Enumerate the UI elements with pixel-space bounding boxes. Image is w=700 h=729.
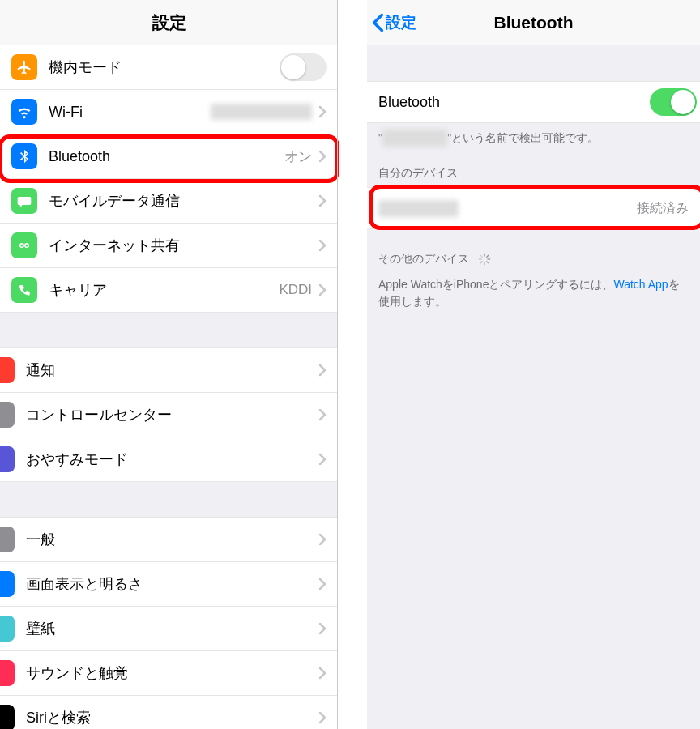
sounds-icon <box>0 660 15 686</box>
row-airplane[interactable]: 機内モード <box>0 45 338 90</box>
carrier-icon <box>11 277 37 303</box>
bluetooth-toggle-label: Bluetooth <box>378 94 650 111</box>
wifi-icon <box>11 99 37 125</box>
siri-icon <box>0 705 15 729</box>
chevron-right-icon <box>318 408 327 421</box>
row-wifi-label: Wi-Fi <box>49 104 211 121</box>
chevron-right-icon <box>318 364 327 377</box>
svg-line-1 <box>487 256 489 258</box>
row-sounds-label: サウンドと触覚 <box>26 663 318 683</box>
bluetooth-title: 設定 Bluetooth <box>367 0 700 45</box>
general-icon <box>0 526 15 552</box>
hotspot-icon <box>11 232 37 258</box>
row-general-label: 一般 <box>26 530 318 549</box>
row-airplane-label: 機内モード <box>49 58 280 77</box>
row-siri[interactable]: Siriと検索 <box>0 696 338 729</box>
chevron-right-icon <box>318 150 327 163</box>
notifications-icon <box>0 357 15 383</box>
row-bluetooth[interactable]: Bluetooth オン <box>0 134 338 179</box>
row-dnd[interactable]: おやすみモード <box>0 437 338 482</box>
chevron-right-icon <box>318 284 327 296</box>
chevron-right-icon <box>318 667 327 680</box>
row-cellular[interactable]: モバイルデータ通信 <box>0 179 338 224</box>
my-devices-header: 自分のデバイス <box>367 158 700 187</box>
chevron-right-icon <box>318 533 327 546</box>
row-controlcenter[interactable]: コントロールセンター <box>0 393 338 437</box>
my-device-row[interactable]: My Device 1 接続済み <box>367 187 700 229</box>
bluetooth-detail-pane: 設定 Bluetooth Bluetooth "DeviceName"という名前… <box>367 0 700 729</box>
row-notifications-label: 通知 <box>26 360 318 380</box>
row-bluetooth-value: オン <box>284 147 312 166</box>
row-display[interactable]: 画面表示と明るさ <box>0 562 338 607</box>
chevron-right-icon <box>318 239 327 252</box>
controlcenter-icon <box>0 402 15 428</box>
chevron-right-icon <box>318 453 327 466</box>
discoverable-text: "DeviceName"という名前で検出可能です。 <box>367 123 700 158</box>
pair-watch-text: Apple WatchをiPhoneとペアリングするには、Watch Appを使… <box>367 273 700 322</box>
bluetooth-icon <box>11 143 37 169</box>
chevron-right-icon <box>318 194 327 207</box>
row-sounds[interactable]: サウンドと触覚 <box>0 651 338 696</box>
watch-app-link[interactable]: Watch App <box>613 278 668 291</box>
settings-list-pane: 設定 機内モード Wi-Fi WiFiNetwork123 Bluetooth … <box>0 0 338 729</box>
row-cellular-label: モバイルデータ通信 <box>49 191 318 211</box>
row-carrier[interactable]: キャリア KDDI <box>0 268 338 313</box>
row-carrier-value: KDDI <box>279 282 312 298</box>
svg-line-3 <box>487 262 489 263</box>
row-siri-label: Siriと検索 <box>26 708 318 727</box>
svg-line-7 <box>480 256 482 258</box>
airplane-toggle[interactable] <box>280 53 327 81</box>
chevron-right-icon <box>318 711 327 724</box>
row-hotspot[interactable]: インターネット共有 <box>0 224 338 268</box>
row-wifi[interactable]: Wi-Fi WiFiNetwork123 <box>0 90 338 134</box>
row-wallpaper-label: 壁紙 <box>26 619 318 638</box>
row-notifications[interactable]: 通知 <box>0 348 338 393</box>
my-device-name: My Device 1 <box>378 200 637 217</box>
settings-title: 設定 <box>0 0 338 45</box>
row-wallpaper[interactable]: 壁紙 <box>0 607 338 651</box>
row-general[interactable]: 一般 <box>0 518 338 562</box>
chevron-right-icon <box>318 622 327 635</box>
chevron-right-icon <box>318 105 327 118</box>
bluetooth-toggle-row[interactable]: Bluetooth <box>367 81 700 123</box>
svg-line-5 <box>480 262 482 263</box>
row-display-label: 画面表示と明るさ <box>26 574 318 594</box>
airplane-icon <box>11 54 37 80</box>
spinner-icon <box>477 252 492 266</box>
row-carrier-label: キャリア <box>49 280 279 300</box>
row-controlcenter-label: コントロールセンター <box>26 405 318 424</box>
wallpaper-icon <box>0 616 15 642</box>
dnd-icon <box>0 446 15 472</box>
row-dnd-label: おやすみモード <box>26 450 318 469</box>
other-devices-header: その他のデバイス <box>367 229 700 273</box>
my-device-status: 接続済み <box>637 200 689 217</box>
cellular-icon <box>11 188 37 214</box>
row-hotspot-label: インターネット共有 <box>49 236 318 255</box>
back-label: 設定 <box>386 12 416 33</box>
display-icon <box>0 571 15 597</box>
chevron-right-icon <box>318 578 327 590</box>
row-wifi-value: WiFiNetwork123 <box>211 104 312 120</box>
bluetooth-toggle[interactable] <box>650 88 697 116</box>
row-bluetooth-label: Bluetooth <box>49 148 284 165</box>
back-button[interactable]: 設定 <box>372 0 416 45</box>
